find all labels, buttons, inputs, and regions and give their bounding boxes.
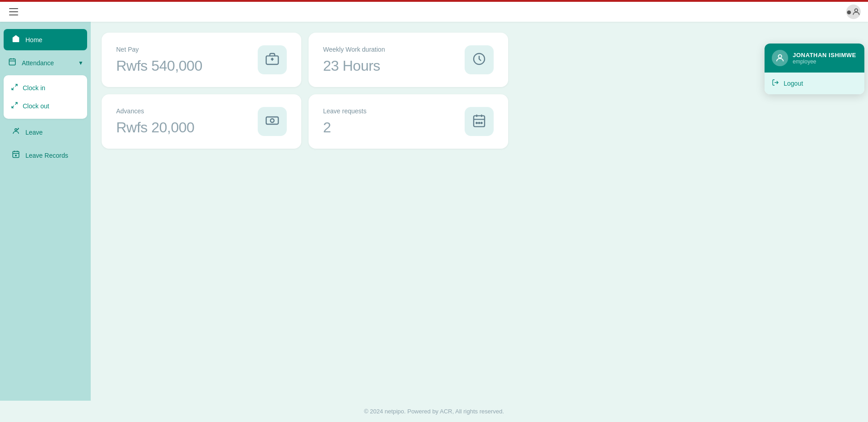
wallet-upload-icon xyxy=(265,52,280,68)
leave-requests-card-left: Leave requests 2 xyxy=(323,107,367,136)
sidebar: Home Attendance ▼ xyxy=(0,22,91,401)
net-pay-value: Rwfs 540,000 xyxy=(116,58,202,74)
profile-role: employee xyxy=(793,58,856,65)
sidebar-item-clock-out[interactable]: Clock out xyxy=(4,97,87,115)
attendance-section: Attendance ▼ Clock in xyxy=(0,52,91,121)
footer-text: © 2024 netpipo. Powered by ACR, All righ… xyxy=(364,408,504,415)
user-account-button[interactable]: ● xyxy=(846,5,861,19)
net-pay-card: Net Pay Rwfs 540,000 xyxy=(102,33,301,87)
profile-info: JONATHAN ISHIMWE employee xyxy=(793,52,856,65)
svg-rect-1 xyxy=(9,59,15,65)
net-pay-icon-wrap xyxy=(258,45,287,74)
main-layout: Home Attendance ▼ xyxy=(0,22,868,401)
sidebar-item-clock-in[interactable]: Clock in xyxy=(4,79,87,97)
net-pay-label: Net Pay xyxy=(116,46,202,53)
svg-point-8 xyxy=(270,119,274,122)
clock-out-icon xyxy=(11,102,18,111)
chevron-down-icon: ▼ xyxy=(78,60,83,66)
avatar xyxy=(772,50,788,66)
attendance-submenu: Clock in Clock out xyxy=(4,75,87,119)
profile-name: JONATHAN ISHIMWE xyxy=(793,52,856,58)
sidebar-attendance-label: Attendance xyxy=(22,59,54,67)
weekly-work-card: Weekly Work duration 23 Hours xyxy=(309,33,508,87)
clock-in-icon xyxy=(11,83,18,92)
logout-icon xyxy=(772,79,779,88)
leave-label: Leave xyxy=(25,129,43,136)
svg-point-4 xyxy=(15,155,16,156)
leave-requests-value: 2 xyxy=(323,119,367,136)
main-content: Net Pay Rwfs 540,000 Weekly W xyxy=(91,22,868,401)
clock-icon xyxy=(472,52,486,68)
svg-point-10 xyxy=(476,122,477,124)
weekly-work-card-left: Weekly Work duration 23 Hours xyxy=(323,46,385,74)
svg-point-13 xyxy=(778,55,781,58)
weekly-work-label: Weekly Work duration xyxy=(323,46,385,53)
svg-point-12 xyxy=(481,122,482,124)
sidebar-item-leave[interactable]: Leave xyxy=(4,121,87,143)
svg-point-2 xyxy=(15,129,17,131)
svg-rect-7 xyxy=(266,117,279,124)
clock-out-label: Clock out xyxy=(23,102,49,110)
footer: © 2024 netpipo. Powered by ACR, All righ… xyxy=(0,401,868,422)
svg-rect-3 xyxy=(13,151,19,158)
header: ● xyxy=(0,0,868,22)
svg-point-11 xyxy=(479,122,480,124)
sidebar-home-label: Home xyxy=(25,36,42,44)
home-icon xyxy=(11,34,21,45)
advances-card: Advances Rwfs 20,000 xyxy=(102,94,301,149)
leave-requests-icon-wrap xyxy=(465,107,494,136)
leave-records-icon xyxy=(11,150,21,160)
sidebar-item-leave-records[interactable]: Leave Records xyxy=(4,145,87,166)
logout-button[interactable]: Logout xyxy=(765,73,864,94)
advances-card-left: Advances Rwfs 20,000 xyxy=(116,107,194,136)
clock-in-label: Clock in xyxy=(23,84,45,92)
calendar-icon xyxy=(472,113,486,130)
sidebar-item-attendance[interactable]: Attendance ▼ xyxy=(0,52,91,73)
profile-header: JONATHAN ISHIMWE employee xyxy=(765,44,864,73)
money-icon xyxy=(265,113,280,130)
sidebar-item-home[interactable]: Home xyxy=(4,29,87,50)
weekly-work-icon-wrap xyxy=(465,45,494,74)
leave-requests-card: Leave requests 2 xyxy=(309,94,508,149)
advances-label: Advances xyxy=(116,107,194,115)
advances-value: Rwfs 20,000 xyxy=(116,119,194,136)
dashboard-cards: Net Pay Rwfs 540,000 Weekly W xyxy=(102,33,519,149)
weekly-work-value: 23 Hours xyxy=(323,58,385,74)
svg-rect-9 xyxy=(474,116,485,126)
svg-point-0 xyxy=(855,9,858,12)
leave-icon xyxy=(11,127,21,137)
leave-records-label: Leave Records xyxy=(25,152,68,159)
advances-icon-wrap xyxy=(258,107,287,136)
net-pay-card-left: Net Pay Rwfs 540,000 xyxy=(116,46,202,74)
logout-label: Logout xyxy=(784,80,803,87)
hamburger-button[interactable] xyxy=(7,6,20,17)
leave-requests-label: Leave requests xyxy=(323,107,367,115)
profile-dropdown: JONATHAN ISHIMWE employee Logout xyxy=(765,44,864,94)
attendance-icon xyxy=(7,58,17,68)
